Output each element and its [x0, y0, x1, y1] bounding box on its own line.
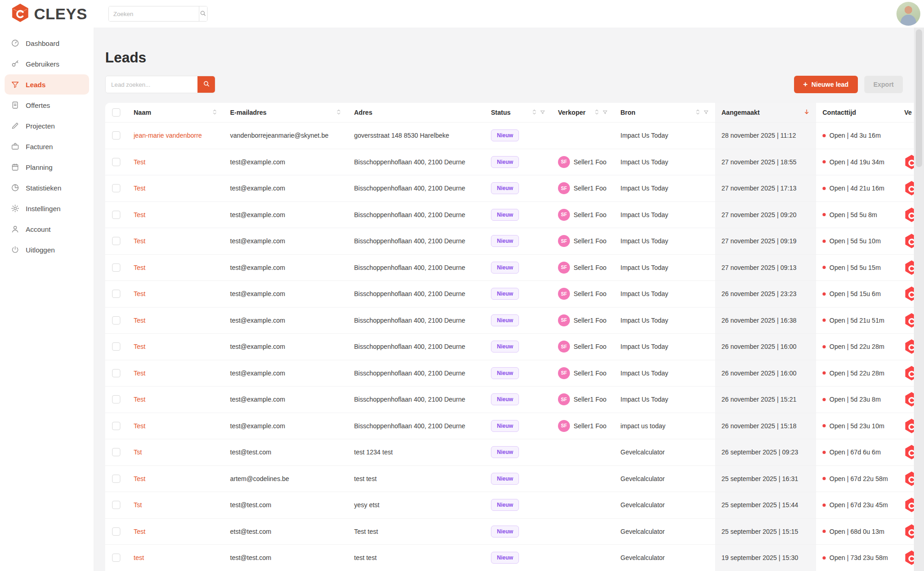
- lead-name-link[interactable]: Tst: [134, 448, 142, 456]
- lead-name-link[interactable]: Test: [134, 396, 146, 403]
- scrollbar-thumb[interactable]: [916, 29, 922, 167]
- lead-name-link[interactable]: Test: [134, 422, 146, 430]
- row-checkbox[interactable]: [112, 369, 120, 377]
- lead-search-input[interactable]: [106, 76, 197, 93]
- sidebar-item-offertes[interactable]: Offertes: [5, 95, 89, 115]
- row-checkbox[interactable]: [112, 527, 120, 536]
- lead-contact-time: Open | 73d 23u 58m: [823, 554, 888, 561]
- table-row: Test artem@codelines.be test test Nieuw …: [105, 465, 914, 492]
- sidebar-item-account[interactable]: Account: [5, 219, 89, 239]
- row-checkbox[interactable]: [112, 448, 120, 456]
- open-status-dot: [823, 451, 826, 454]
- seller-name: Seller1 Foo: [574, 264, 607, 271]
- lead-seller: SFSeller1 Foo: [552, 308, 614, 334]
- lead-name-link[interactable]: Test: [134, 264, 146, 271]
- lead-name-link[interactable]: jean-marie vandenborre: [134, 132, 202, 139]
- table-row: Test test@example.com Bisschoppenhoflaan…: [105, 175, 914, 202]
- sidebar-item-projecten[interactable]: Projecten: [5, 116, 89, 136]
- cleys-mark-icon: [904, 286, 914, 302]
- sidebar-item-gebruikers[interactable]: Gebruikers: [5, 54, 89, 74]
- sidebar-item-leads[interactable]: Leads: [5, 74, 89, 95]
- sidebar-item-instellingen[interactable]: Instellingen: [5, 198, 89, 218]
- new-lead-button[interactable]: + Nieuwe lead: [794, 76, 858, 93]
- lead-created: 26 november 2025 | 15:21: [715, 386, 816, 413]
- lead-name-link[interactable]: Test: [134, 528, 146, 535]
- lead-name-link[interactable]: Test: [134, 343, 146, 350]
- row-checkbox[interactable]: [112, 263, 120, 272]
- lead-email: test@example.com: [224, 202, 348, 228]
- status-badge: Nieuw: [491, 473, 519, 485]
- lead-source: Impact Us Today: [614, 386, 715, 413]
- status-badge: Nieuw: [491, 156, 519, 168]
- lead-name-link[interactable]: Test: [134, 185, 146, 192]
- lead-address: Bisschoppenhoflaan 400, 2100 Deurne: [348, 255, 485, 281]
- lead-name-link[interactable]: Tst: [134, 501, 142, 509]
- lead-source: Impact Us Today: [614, 308, 715, 334]
- lead-source: Gevelcalculator: [614, 439, 715, 465]
- row-checkbox[interactable]: [112, 158, 120, 166]
- lead-contact-time: Open | 67d 6u 6m: [823, 448, 881, 456]
- column-header-adres: Adres: [348, 103, 485, 122]
- leads-table: NaamE-mailadresAdresStatusVerkoperBronAa…: [105, 103, 914, 571]
- lead-source: Gevelcalculator: [614, 466, 715, 492]
- vertical-scrollbar[interactable]: [914, 28, 924, 571]
- lead-name-link[interactable]: Test: [134, 317, 146, 324]
- column-header-label: E-mailadres: [230, 109, 266, 116]
- row-checkbox[interactable]: [112, 211, 120, 219]
- new-lead-label: Nieuwe lead: [811, 81, 849, 88]
- lead-name-link[interactable]: test: [134, 554, 144, 561]
- lead-email: artem@codelines.be: [224, 466, 348, 492]
- lead-source: Impact Us Today: [614, 334, 715, 360]
- column-header-verkoper[interactable]: Verkoper: [552, 103, 614, 122]
- column-header-aangemaakt[interactable]: Aangemaakt: [715, 103, 816, 122]
- column-header-bron[interactable]: Bron: [614, 103, 715, 122]
- global-search-input[interactable]: [109, 6, 199, 21]
- lead-name-link[interactable]: Test: [134, 158, 146, 166]
- export-button[interactable]: Export: [864, 76, 903, 93]
- row-checkbox[interactable]: [112, 422, 120, 430]
- row-checkbox[interactable]: [112, 475, 120, 483]
- row-checkbox[interactable]: [112, 342, 120, 351]
- column-header-e-mailadres[interactable]: E-mailadres: [224, 103, 348, 122]
- sidebar-item-uitloggen[interactable]: Uitloggen: [5, 240, 89, 260]
- seller-name: Seller1 Foo: [574, 158, 607, 166]
- row-checkbox[interactable]: [112, 290, 120, 298]
- lead-source: Impact Us Today: [614, 149, 715, 175]
- key-icon: [11, 60, 19, 68]
- sidebar-item-statistieken[interactable]: Statistieken: [5, 178, 89, 198]
- row-checkbox[interactable]: [112, 237, 120, 245]
- status-badge: Nieuw: [491, 420, 519, 432]
- filter-icon: [603, 109, 608, 116]
- column-header-naam[interactable]: Naam: [127, 103, 224, 122]
- lead-name-link[interactable]: Test: [134, 211, 146, 218]
- row-checkbox[interactable]: [112, 395, 120, 403]
- row-checkbox[interactable]: [112, 131, 120, 140]
- lead-name-link[interactable]: Test: [134, 475, 146, 482]
- lead-name-link[interactable]: Test: [134, 369, 146, 377]
- row-checkbox[interactable]: [112, 316, 120, 325]
- user-avatar[interactable]: [896, 2, 920, 26]
- sidebar-item-label: Facturen: [26, 143, 53, 151]
- row-checkbox[interactable]: [112, 554, 120, 562]
- lead-contact-time: Open | 5d 5u 15m: [823, 264, 881, 271]
- lead-search-button[interactable]: [197, 76, 215, 93]
- row-checkbox[interactable]: [112, 184, 120, 192]
- seller-avatar: SF: [558, 314, 570, 326]
- sidebar-item-dashboard[interactable]: Dashboard: [5, 33, 89, 53]
- sidebar-item-planning[interactable]: Planning: [5, 157, 89, 177]
- sidebar-item-facturen[interactable]: Facturen: [5, 136, 89, 157]
- open-status-dot: [823, 556, 826, 560]
- brand-logo[interactable]: CLEYS: [11, 3, 87, 25]
- lead-contact-time: Open | 5d 15u 6m: [823, 290, 881, 297]
- table-row: Tst test@test.com yesy etst Nieuw Gevelc…: [105, 492, 914, 518]
- row-checkbox[interactable]: [112, 501, 120, 509]
- lead-name-link[interactable]: Test: [134, 237, 146, 245]
- global-search-button[interactable]: [199, 6, 207, 21]
- lead-address: Bisschoppenhoflaan 400, 2100 Deurne: [348, 413, 485, 439]
- table-row: Test etst@test.com Test test Nieuw Gevel…: [105, 518, 914, 545]
- lead-name-link[interactable]: Test: [134, 290, 146, 297]
- column-header-status[interactable]: Status: [485, 103, 552, 122]
- plus-icon: +: [803, 80, 808, 89]
- select-all-checkbox[interactable]: [112, 108, 120, 117]
- table-row: jean-marie vandenborre vandenborrejeanma…: [105, 122, 914, 149]
